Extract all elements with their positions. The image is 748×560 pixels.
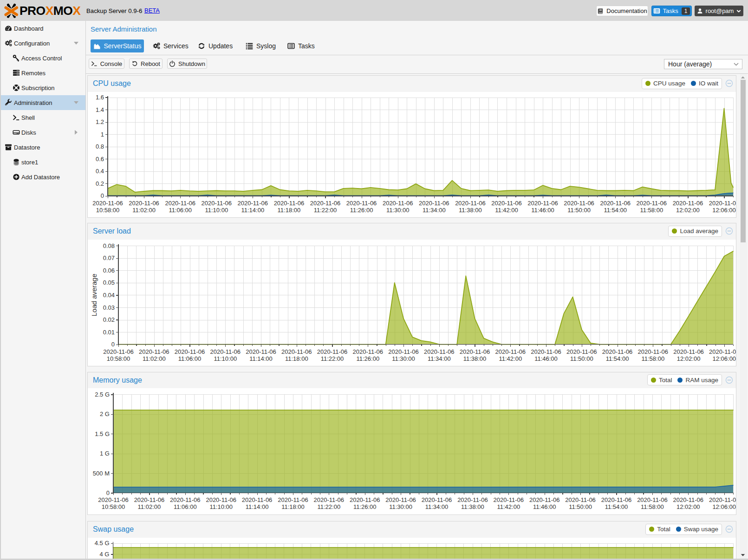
svg-text:2020-11-06: 2020-11-06	[709, 199, 736, 206]
svg-text:2020-11-06: 2020-11-06	[139, 348, 169, 355]
svg-text:11:50:00: 11:50:00	[567, 206, 591, 213]
svg-text:1.4: 1.4	[96, 106, 104, 113]
svg-text:0: 0	[111, 341, 115, 348]
svg-text:11:26:00: 11:26:00	[356, 355, 379, 362]
svg-text:2020-11-06: 2020-11-06	[98, 497, 129, 504]
svg-text:1.2: 1.2	[96, 118, 104, 125]
svg-text:2020-11-06: 2020-11-06	[278, 497, 308, 504]
svg-text:2020-11-06: 2020-11-06	[388, 348, 419, 355]
svg-text:2020-11-06: 2020-11-06	[637, 497, 668, 504]
svg-text:2020-11-06: 2020-11-06	[281, 348, 312, 355]
svg-text:2020-11-06: 2020-11-06	[673, 199, 703, 206]
svg-text:2020-11-06: 2020-11-06	[491, 199, 522, 206]
svg-text:1.5 G: 1.5 G	[95, 430, 110, 437]
svg-text:2020-11-06: 2020-11-06	[419, 199, 449, 206]
svg-text:10:58:00: 10:58:00	[102, 504, 125, 511]
svg-text:2020-11-06: 2020-11-06	[242, 497, 273, 504]
svg-text:2020-11-06: 2020-11-06	[210, 348, 241, 355]
svg-text:2020-11-06: 2020-11-06	[103, 348, 134, 355]
svg-text:2020-11-06: 2020-11-06	[527, 199, 558, 206]
svg-text:500 M: 500 M	[93, 470, 110, 477]
svg-text:11:38:00: 11:38:00	[463, 355, 487, 362]
svg-text:2020-11-06: 2020-11-06	[206, 497, 236, 504]
svg-text:2020-11-06: 2020-11-06	[317, 348, 348, 355]
svg-text:0.8: 0.8	[96, 143, 104, 150]
svg-text:11:46:00: 11:46:00	[534, 355, 558, 362]
svg-text:2020-11-06: 2020-11-06	[709, 348, 736, 355]
svg-text:11:58:00: 11:58:00	[641, 355, 664, 362]
svg-text:2020-11-06: 2020-11-06	[310, 199, 341, 206]
svg-text:2020-11-06: 2020-11-06	[246, 348, 276, 355]
svg-text:2020-11-06: 2020-11-06	[494, 497, 524, 504]
svg-text:0.05: 0.05	[103, 279, 115, 286]
svg-text:11:14:00: 11:14:00	[249, 355, 273, 362]
svg-text:11:42:00: 11:42:00	[495, 206, 518, 213]
svg-text:0.06: 0.06	[103, 267, 115, 273]
svg-text:11:22:00: 11:22:00	[314, 206, 337, 213]
svg-text:11:26:00: 11:26:00	[353, 504, 377, 511]
svg-text:11:50:00: 11:50:00	[570, 355, 593, 362]
svg-text:2020-11-06: 2020-11-06	[134, 497, 165, 504]
svg-text:11:10:00: 11:10:00	[205, 206, 228, 213]
svg-text:2020-11-06: 2020-11-06	[529, 497, 560, 504]
svg-text:11:54:00: 11:54:00	[605, 504, 628, 511]
svg-text:2020-11-06: 2020-11-06	[385, 497, 416, 504]
svg-text:2020-11-06: 2020-11-06	[601, 497, 632, 504]
svg-text:2.5 G: 2.5 G	[95, 391, 110, 398]
svg-text:0.03: 0.03	[103, 304, 115, 311]
svg-text:12:02:00: 12:02:00	[677, 355, 701, 362]
svg-text:2020-11-06: 2020-11-06	[274, 199, 305, 206]
svg-text:2020-11-06: 2020-11-06	[424, 348, 455, 355]
svg-text:11:54:00: 11:54:00	[606, 355, 629, 362]
svg-text:12:06:00: 12:06:00	[712, 206, 736, 213]
svg-text:2020-11-06: 2020-11-06	[600, 199, 631, 206]
svg-text:2020-11-06: 2020-11-06	[457, 497, 488, 504]
svg-text:11:18:00: 11:18:00	[281, 504, 305, 511]
svg-text:11:58:00: 11:58:00	[640, 206, 663, 213]
svg-text:11:34:00: 11:34:00	[423, 206, 446, 213]
svg-text:2020-11-06: 2020-11-06	[455, 199, 486, 206]
svg-text:11:02:00: 11:02:00	[138, 504, 161, 511]
svg-text:1.6: 1.6	[96, 94, 104, 101]
svg-text:2020-11-06: 2020-11-06	[673, 497, 704, 504]
svg-text:0.4: 0.4	[96, 168, 104, 175]
svg-text:2 G: 2 G	[100, 411, 110, 418]
svg-text:0.02: 0.02	[103, 316, 115, 323]
svg-text:2020-11-06: 2020-11-06	[531, 348, 561, 355]
svg-text:0.01: 0.01	[103, 328, 115, 335]
svg-text:11:22:00: 11:22:00	[321, 355, 344, 362]
svg-text:0.08: 0.08	[103, 242, 115, 249]
svg-text:2020-11-06: 2020-11-06	[460, 348, 490, 355]
svg-text:2020-11-06: 2020-11-06	[637, 199, 667, 206]
svg-text:0.6: 0.6	[96, 155, 104, 162]
svg-text:2020-11-06: 2020-11-06	[495, 348, 526, 355]
svg-text:1: 1	[101, 130, 104, 137]
svg-text:11:54:00: 11:54:00	[604, 206, 627, 213]
svg-text:1 G: 1 G	[100, 450, 110, 457]
svg-text:11:46:00: 11:46:00	[531, 206, 554, 213]
svg-text:2020-11-06: 2020-11-06	[238, 199, 268, 206]
svg-text:11:10:00: 11:10:00	[214, 355, 237, 362]
svg-text:11:38:00: 11:38:00	[461, 504, 484, 511]
svg-text:11:14:00: 11:14:00	[241, 206, 264, 213]
svg-text:2020-11-06: 2020-11-06	[165, 199, 195, 206]
svg-text:12:02:00: 12:02:00	[676, 206, 700, 213]
svg-text:11:30:00: 11:30:00	[389, 504, 412, 511]
svg-text:11:14:00: 11:14:00	[246, 504, 269, 511]
svg-text:2020-11-06: 2020-11-06	[673, 348, 704, 355]
svg-text:4 G: 4 G	[100, 551, 110, 558]
svg-text:4.5 G: 4.5 G	[95, 540, 110, 547]
svg-text:11:26:00: 11:26:00	[350, 206, 373, 213]
svg-text:11:06:00: 11:06:00	[169, 206, 192, 213]
svg-text:11:02:00: 11:02:00	[132, 206, 156, 213]
svg-text:11:22:00: 11:22:00	[317, 504, 340, 511]
svg-text:12:06:00: 12:06:00	[712, 355, 736, 362]
svg-text:2020-11-06: 2020-11-06	[353, 348, 384, 355]
svg-text:11:46:00: 11:46:00	[533, 504, 556, 511]
svg-text:11:50:00: 11:50:00	[569, 504, 592, 511]
svg-text:2020-11-06: 2020-11-06	[566, 348, 597, 355]
svg-text:2020-11-06: 2020-11-06	[564, 199, 594, 206]
svg-text:0.04: 0.04	[103, 292, 115, 299]
svg-text:2020-11-06: 2020-11-06	[314, 497, 345, 504]
svg-text:11:30:00: 11:30:00	[386, 206, 410, 213]
